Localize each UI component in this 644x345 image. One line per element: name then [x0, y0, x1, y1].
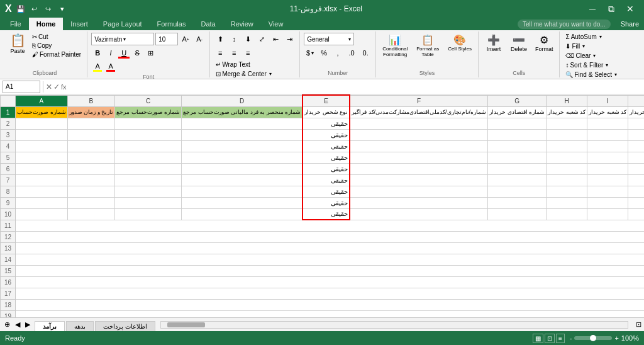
cell-j8[interactable]: [628, 186, 644, 197]
share-button[interactable]: Share: [616, 18, 644, 30]
cell-j10[interactable]: [628, 208, 644, 220]
cell-i4[interactable]: [587, 140, 628, 152]
delete-button[interactable]: ➖ Delete: [508, 33, 530, 54]
comma-button[interactable]: ,: [331, 47, 344, 59]
col-header-e[interactable]: E: [303, 95, 350, 106]
cell-d6[interactable]: [182, 163, 303, 174]
cell-c8[interactable]: [115, 186, 182, 197]
cell-c1[interactable]: شماره صورت‌حساب مرجع: [115, 106, 182, 118]
minimize-button[interactable]: ─: [584, 0, 601, 18]
cell-f10[interactable]: [350, 208, 488, 220]
col-header-f[interactable]: F: [350, 95, 488, 106]
cell-b8[interactable]: [67, 186, 115, 197]
cell-j5[interactable]: [628, 152, 644, 163]
cell-b5[interactable]: [67, 152, 115, 163]
cell-a8[interactable]: [16, 186, 68, 197]
cell-j6[interactable]: [628, 163, 644, 174]
cell-a3[interactable]: [16, 129, 68, 140]
restore-button[interactable]: ⧉: [602, 0, 620, 18]
cell-b6[interactable]: [67, 163, 115, 174]
tab-page-layout[interactable]: Page Layout: [96, 18, 150, 30]
cell-g4[interactable]: [488, 140, 547, 152]
cancel-formula-icon[interactable]: ✕: [46, 82, 52, 91]
cell-b1[interactable]: تاریخ و زمان صدور: [67, 106, 115, 118]
cell-g2[interactable]: [488, 118, 547, 129]
cell-g3[interactable]: [488, 129, 547, 140]
clear-button[interactable]: ⌫ Clear ▾: [564, 52, 597, 60]
cell-d8[interactable]: [182, 186, 303, 197]
cell-a5[interactable]: [16, 152, 68, 163]
decrease-decimal-button[interactable]: 0.: [359, 47, 372, 59]
cell-e9[interactable]: حقیقی: [303, 197, 350, 208]
text-orient-button[interactable]: ⤢: [255, 33, 268, 45]
cell-d9[interactable]: [182, 197, 303, 208]
insert-function-icon[interactable]: fx: [61, 83, 67, 91]
tab-formulas[interactable]: Formulas: [150, 18, 194, 30]
col-header-g[interactable]: G: [488, 95, 547, 106]
tab-insert[interactable]: Insert: [63, 18, 96, 30]
cell-h2[interactable]: [547, 118, 587, 129]
zoom-in-button[interactable]: +: [614, 334, 618, 342]
cell-h6[interactable]: [547, 163, 587, 174]
tab-bade[interactable]: بدهه: [66, 321, 94, 331]
cell-f6[interactable]: [350, 163, 488, 174]
cell-d2[interactable]: [182, 118, 303, 129]
col-header-a[interactable]: A: [16, 95, 68, 106]
cell-h7[interactable]: [547, 174, 587, 186]
cell-a1[interactable]: شماره صورت‌حساب: [16, 106, 68, 118]
cell-c5[interactable]: [115, 152, 182, 163]
cell-j7[interactable]: [628, 174, 644, 186]
copy-button[interactable]: ⎘ Copy: [30, 42, 83, 50]
percent-button[interactable]: %: [318, 47, 330, 59]
sheet-nav-right[interactable]: ▶: [23, 320, 32, 329]
col-header-j[interactable]: J: [628, 95, 644, 106]
col-header-d[interactable]: D: [182, 95, 303, 106]
expand-sheet-button[interactable]: ⊡: [636, 320, 641, 329]
cell-f8[interactable]: [350, 186, 488, 197]
cell-b7[interactable]: [67, 174, 115, 186]
cell-f3[interactable]: [350, 129, 488, 140]
sheet-nav-left[interactable]: ◀: [13, 320, 22, 329]
cell-g1[interactable]: شماره اقتصادی خریدار: [488, 106, 547, 118]
conditional-formatting-button[interactable]: 📊 Conditional Formatting: [380, 33, 410, 59]
cell-f1[interactable]: شماره/‌نام‌تجاری/‌کدملی‌اقتصادی‌مشارکت‌م…: [350, 106, 488, 118]
cell-e1[interactable]: نوع شخص خریدار: [303, 106, 350, 118]
cell-d5[interactable]: [182, 152, 303, 163]
accounting-button[interactable]: $▾: [304, 47, 316, 59]
zoom-slider[interactable]: [574, 336, 612, 340]
cell-j9[interactable]: [628, 197, 644, 208]
tab-review[interactable]: Review: [223, 18, 261, 30]
cell-g6[interactable]: [488, 163, 547, 174]
align-right-button[interactable]: ≡: [242, 47, 254, 59]
align-center-button[interactable]: ≡: [228, 47, 240, 59]
grid-scroll-area[interactable]: A B C D E F G H I J K: [0, 94, 644, 317]
cell-d1[interactable]: شماره منحصر به فرد مالیاتی صورت‌حساب مرج…: [182, 106, 303, 118]
font-size-selector[interactable]: 10: [155, 33, 178, 45]
underline-button[interactable]: U: [118, 47, 130, 59]
cell-f4[interactable]: [350, 140, 488, 152]
cell-h3[interactable]: [547, 129, 587, 140]
indent-decrease-button[interactable]: ⇤: [269, 33, 282, 45]
cell-a2[interactable]: [16, 118, 68, 129]
cell-i6[interactable]: [587, 163, 628, 174]
wrap-text-button[interactable]: ↵ Wrap Text: [214, 60, 252, 69]
cell-g8[interactable]: [488, 186, 547, 197]
bold-button[interactable]: B: [91, 47, 104, 59]
cell-i1[interactable]: کد شعبه خریدار: [587, 106, 628, 118]
zoom-out-button[interactable]: -: [570, 334, 572, 342]
cell-a7[interactable]: [16, 174, 68, 186]
align-middle-button[interactable]: ↕: [228, 33, 240, 45]
cell-d4[interactable]: [182, 140, 303, 152]
cell-c2[interactable]: [115, 118, 182, 129]
cell-c9[interactable]: [115, 197, 182, 208]
font-name-selector[interactable]: Vazirmatn ▾: [91, 33, 154, 45]
align-left-button[interactable]: ≡: [214, 47, 226, 59]
tab-data[interactable]: Data: [193, 18, 223, 30]
scroll-thumb[interactable]: [167, 322, 205, 327]
strikethrough-button[interactable]: S: [131, 47, 143, 59]
cell-d3[interactable]: [182, 129, 303, 140]
cell-a9[interactable]: [16, 197, 68, 208]
cell-a10[interactable]: [16, 208, 68, 220]
add-sheet-button[interactable]: ⊕: [3, 320, 12, 329]
cell-h9[interactable]: [547, 197, 587, 208]
